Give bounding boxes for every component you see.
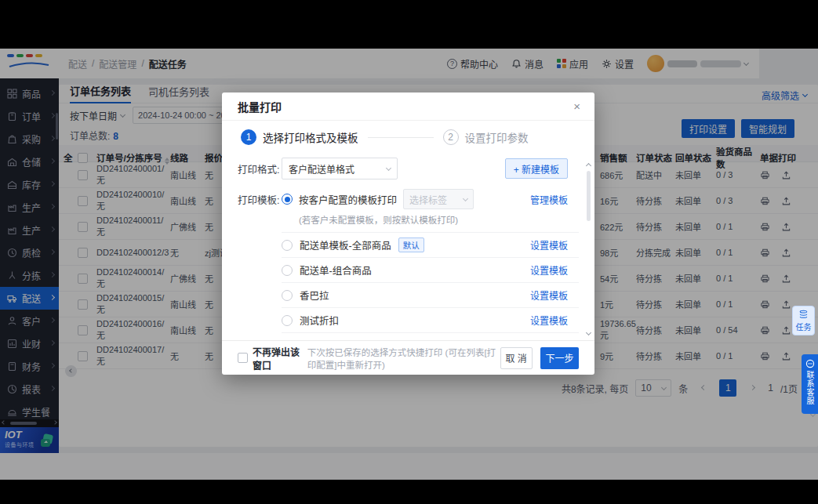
template-list: 配送单模板-全部商品 默认 设置模板 配送单-组合商品 设置模板 香巴拉 设置模… bbox=[282, 232, 579, 338]
stack-icon bbox=[798, 310, 809, 319]
template-radio[interactable] bbox=[282, 265, 293, 276]
task-fab-label: 任务 bbox=[796, 321, 812, 332]
step-connector bbox=[368, 137, 434, 138]
template-option[interactable]: 配送单模板-全部商品 默认 设置模板 bbox=[282, 233, 579, 258]
tag-select-disabled: 选择标签 bbox=[403, 189, 474, 209]
chat-icon bbox=[805, 359, 815, 368]
template-name: 配送单-组合商品 bbox=[300, 263, 372, 277]
chevron-down-icon bbox=[386, 165, 391, 170]
template-radio[interactable] bbox=[282, 290, 293, 301]
modal-body: 打印格式: 客户配送单格式 + 新建模板 打印模板: 按客户配置的模板打印 选择… bbox=[222, 150, 594, 338]
template-option[interactable]: 测试折扣 设置模板 bbox=[282, 308, 579, 333]
contact-support-tab[interactable]: 联系客服 bbox=[802, 354, 818, 414]
cancel-button[interactable]: 取 消 bbox=[500, 347, 533, 369]
set-template-link[interactable]: 设置模板 bbox=[530, 263, 568, 277]
tag-select-placeholder: 选择标签 bbox=[409, 193, 447, 206]
print-template-label: 打印模板: bbox=[238, 192, 282, 207]
step-1-label: 选择打印格式及模板 bbox=[263, 129, 358, 145]
template-name: 香巴拉 bbox=[300, 288, 329, 303]
new-template-button[interactable]: + 新建模板 bbox=[505, 158, 568, 179]
steps-indicator: 1 选择打印格式及模板 2 设置打印参数 bbox=[222, 121, 594, 150]
step-2-circle: 2 bbox=[443, 129, 459, 145]
template-radio[interactable] bbox=[282, 240, 293, 251]
scroll-up-icon bbox=[585, 163, 591, 169]
template-option[interactable]: 配送单-组合商品 设置模板 bbox=[282, 258, 579, 283]
manage-templates-link[interactable]: 管理模板 bbox=[530, 193, 568, 206]
close-icon[interactable] bbox=[573, 100, 580, 112]
set-template-link[interactable]: 设置模板 bbox=[530, 238, 568, 252]
template-config-note: (若客户未配置模板，则按默认模板打印) bbox=[299, 213, 579, 226]
modal-header: 批量打印 bbox=[222, 92, 594, 121]
batch-print-modal: 批量打印 1 选择打印格式及模板 2 设置打印参数 打印格式: 客户配送单格式 … bbox=[222, 92, 594, 375]
set-template-link[interactable]: 设置模板 bbox=[530, 288, 568, 302]
modal-scrollbar-thumb[interactable] bbox=[587, 171, 591, 221]
modal-scrollbar[interactable] bbox=[584, 165, 592, 335]
default-badge: 默认 bbox=[398, 237, 424, 252]
contact-support-label: 联系客服 bbox=[804, 371, 816, 405]
print-format-select[interactable]: 客户配送单格式 bbox=[282, 158, 398, 179]
modal-footer: 不再弹出该窗口 下次按已保存的选择方式快捷打印 (可在列表[打印配置]中重新打开… bbox=[222, 340, 594, 375]
next-step-button[interactable]: 下一步 bbox=[540, 347, 579, 369]
dont-show-again-label: 不再弹出该窗口 bbox=[253, 345, 300, 372]
template-name: 配送单模板-全部商品 bbox=[300, 237, 391, 252]
print-format-row: 打印格式: 客户配送单格式 + 新建模板 bbox=[238, 158, 579, 179]
step-1-circle: 1 bbox=[241, 129, 256, 145]
template-radio[interactable] bbox=[282, 315, 293, 326]
by-customer-radio[interactable] bbox=[282, 194, 293, 205]
task-queue-fab[interactable]: 任务 bbox=[792, 306, 815, 335]
template-option[interactable]: 12 设置模板 bbox=[282, 333, 579, 338]
template-option[interactable]: 香巴拉 设置模板 bbox=[282, 283, 579, 308]
set-template-link[interactable]: 设置模板 bbox=[530, 314, 568, 327]
footer-note: 下次按已保存的选择方式快捷打印 (可在列表[打印配置]中重新打开) bbox=[307, 346, 500, 371]
print-template-row: 打印模板: 按客户配置的模板打印 选择标签 管理模板 bbox=[238, 189, 579, 209]
by-customer-radio-label: 按客户配置的模板打印 bbox=[299, 192, 397, 207]
print-format-label: 打印格式: bbox=[238, 161, 282, 176]
print-format-value: 客户配送单格式 bbox=[289, 162, 354, 176]
step-2-label: 设置打印参数 bbox=[465, 129, 529, 145]
dont-show-again-checkbox[interactable] bbox=[238, 353, 248, 363]
modal-title: 批量打印 bbox=[238, 99, 282, 114]
chevron-down-icon bbox=[463, 195, 468, 201]
template-name: 测试折扣 bbox=[300, 313, 339, 328]
scroll-down-icon bbox=[585, 330, 591, 335]
